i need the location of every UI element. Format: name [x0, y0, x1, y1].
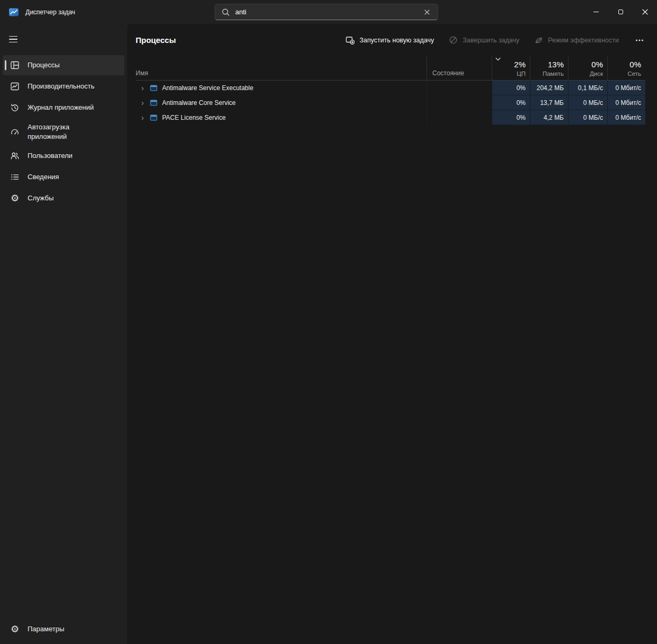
- column-label: Память: [543, 70, 564, 77]
- selection-indicator: [5, 60, 6, 70]
- expand-chevron[interactable]: ›: [139, 114, 146, 121]
- main-content: Процессы Запустить новую задачу: [127, 24, 657, 644]
- page-header: Процессы Запустить новую задачу: [127, 24, 657, 55]
- new-task-icon: [345, 36, 354, 45]
- sidebar-item-app-history[interactable]: Журнал приложений: [3, 98, 125, 118]
- process-name: PACE License Service: [162, 114, 226, 121]
- window-controls: [584, 0, 657, 24]
- sidebar-item-processes[interactable]: Процессы: [3, 55, 125, 75]
- cpu-cell: 0%: [492, 95, 530, 110]
- maximize-button[interactable]: [608, 0, 633, 24]
- ellipsis-icon: [635, 36, 644, 45]
- disk-cell: 0 МБ/с: [568, 110, 607, 125]
- process-name: Antimalware Service Executable: [162, 84, 253, 92]
- process-table: Имя Состояние 2% ЦП 13% Память: [136, 55, 645, 125]
- button-label: Завершить задачу: [463, 37, 519, 44]
- column-header-status[interactable]: Состояние: [427, 55, 492, 80]
- process-app-icon: [150, 114, 157, 121]
- expand-chevron[interactable]: ›: [139, 84, 146, 92]
- sidebar-item-label: Журнал приложений: [28, 103, 94, 112]
- details-icon: [10, 172, 20, 182]
- process-name-cell: › Antimalware Service Executable: [136, 81, 427, 95]
- end-task-icon: [449, 36, 458, 45]
- sidebar-item-settings[interactable]: ⚙ Параметры: [3, 619, 125, 639]
- performance-icon: [10, 81, 20, 92]
- task-manager-window: Диспетчер задач: [0, 0, 657, 644]
- end-task-button[interactable]: Завершить задачу: [448, 32, 520, 48]
- hamburger-icon: [9, 36, 17, 37]
- task-manager-app-icon: [8, 7, 19, 17]
- toolbar: Запустить новую задачу Завершить задачу: [344, 32, 646, 48]
- search-icon: [221, 8, 230, 16]
- process-name-cell: › PACE License Service: [136, 110, 427, 125]
- search-box[interactable]: [215, 4, 438, 20]
- sidebar-item-performance[interactable]: Производительность: [3, 76, 125, 96]
- column-label: ЦП: [517, 70, 526, 77]
- sidebar-item-users[interactable]: Пользователи: [3, 146, 125, 166]
- table-header: Имя Состояние 2% ЦП 13% Память: [136, 55, 645, 81]
- sidebar-item-details[interactable]: Сведения: [3, 167, 125, 187]
- processes-icon: [10, 60, 20, 70]
- process-app-icon: [150, 99, 157, 107]
- process-app-icon: [150, 84, 157, 92]
- maximize-icon: [618, 10, 623, 14]
- network-cell: 0 Мбит/с: [607, 110, 645, 125]
- run-new-task-button[interactable]: Запустить новую задачу: [344, 32, 435, 48]
- button-label: Запустить новую задачу: [359, 37, 434, 44]
- page-title: Процессы: [136, 36, 176, 45]
- minimize-icon: [593, 12, 599, 12]
- memory-cell: 4,2 МБ: [530, 110, 568, 125]
- sidebar-item-label: Сведения: [28, 172, 59, 182]
- menu-button[interactable]: [4, 30, 25, 48]
- sidebar-item-label: Производительность: [28, 82, 94, 91]
- process-name-cell: › Antimalware Core Service: [136, 95, 427, 110]
- memory-cell: 13,7 МБ: [530, 95, 568, 110]
- sidebar-nav: Процессы Производительность: [0, 55, 127, 209]
- column-header-network[interactable]: 0% Сеть: [607, 55, 645, 80]
- disk-cell: 0,1 МБ/с: [568, 81, 607, 95]
- sidebar: Процессы Производительность: [0, 24, 127, 644]
- column-header-name[interactable]: Имя: [136, 55, 427, 80]
- sidebar-item-label: Процессы: [28, 60, 60, 70]
- network-cell: 0 Мбит/с: [607, 81, 645, 95]
- clear-search-button[interactable]: [422, 8, 432, 16]
- process-name: Antimalware Core Service: [162, 99, 236, 107]
- sidebar-spacer: [0, 209, 127, 619]
- efficiency-mode-button[interactable]: Режим эффективности: [533, 32, 620, 48]
- cpu-cell: 0%: [492, 81, 530, 95]
- status-cell: [427, 81, 492, 95]
- memory-cell: 204,2 МБ: [530, 81, 568, 95]
- sidebar-item-label: Автозагрузка приложений: [28, 122, 90, 141]
- close-button[interactable]: [633, 0, 657, 24]
- column-header-cpu[interactable]: 2% ЦП: [492, 55, 530, 80]
- disk-total: 0%: [591, 60, 603, 69]
- column-header-disk[interactable]: 0% Диск: [568, 55, 607, 80]
- table-row[interactable]: › Antimalware Core Service 0% 13,7 МБ 0 …: [136, 95, 645, 110]
- minimize-button[interactable]: [584, 0, 608, 24]
- table-row[interactable]: › Antimalware Service Executable 0% 204,…: [136, 81, 645, 95]
- settings-gear-icon: ⚙: [10, 624, 20, 634]
- window-title: Диспетчер задач: [25, 8, 75, 16]
- expand-chevron[interactable]: ›: [139, 99, 146, 107]
- network-total: 0%: [629, 60, 641, 69]
- table-row[interactable]: › PACE License Service 0% 4,2 МБ 0 МБ/с …: [136, 110, 645, 125]
- column-label: Имя: [136, 69, 427, 77]
- sidebar-item-label: Пользователи: [28, 151, 73, 161]
- cpu-total: 2%: [514, 60, 526, 69]
- close-icon: [642, 9, 648, 15]
- column-label: Состояние: [432, 69, 492, 77]
- column-label: Сеть: [627, 70, 641, 77]
- column-label: Диск: [590, 70, 603, 77]
- sidebar-item-label: Параметры: [28, 624, 64, 634]
- more-options-button[interactable]: [633, 33, 646, 48]
- sidebar-item-startup-apps[interactable]: Автозагрузка приложений: [3, 119, 125, 145]
- button-label: Режим эффективности: [548, 37, 619, 44]
- services-icon: ⚙: [10, 193, 20, 204]
- titlebar: Диспетчер задач: [0, 0, 657, 24]
- column-header-memory[interactable]: 13% Память: [530, 55, 568, 80]
- leaf-icon: [534, 36, 543, 45]
- cpu-cell: 0%: [492, 110, 530, 125]
- sidebar-item-services[interactable]: ⚙ Службы: [3, 188, 125, 208]
- search-input[interactable]: [235, 8, 422, 16]
- status-cell: [427, 95, 492, 110]
